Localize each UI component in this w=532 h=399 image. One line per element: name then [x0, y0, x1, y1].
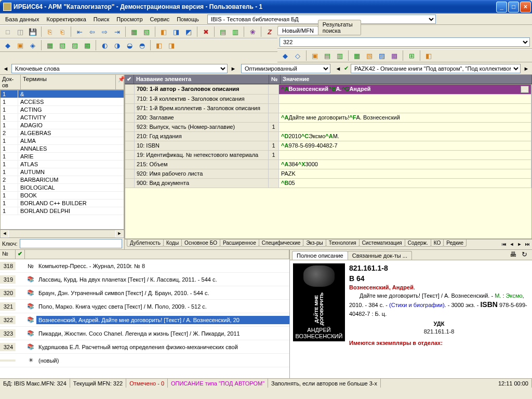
rec-col-check[interactable]: ✔ [16, 250, 25, 259]
worksheet-selector[interactable]: PAZK42 - Описание книги "Под автором", "… [351, 64, 521, 73]
tool-f-icon[interactable]: ▤ [217, 26, 229, 37]
arrow-right-icon[interactable]: ► [230, 65, 237, 72]
field-row[interactable]: 700: 1-й автор - Заголовок описания^AВоз… [125, 85, 531, 95]
maximize-button[interactable]: □ [508, 2, 519, 12]
field-row[interactable]: 920: Имя рабочего листаPAZK [125, 169, 531, 179]
term-row[interactable]: 1AUTUMN [1, 168, 124, 176]
prev-icon[interactable]: ⇦ [86, 26, 98, 37]
z-button[interactable]: Z [264, 26, 275, 37]
new-icon[interactable]: □ [2, 26, 14, 37]
tool-a-icon[interactable]: ▦ [128, 26, 140, 37]
term-row[interactable]: 1ADAGIO [1, 122, 124, 129]
tab-new-mfn[interactable]: Новый/MFN [277, 26, 318, 35]
term-row[interactable]: 2ALGEBRAS [1, 129, 124, 137]
menu-database[interactable]: База данных [2, 15, 43, 23]
next-icon[interactable]: ⇨ [99, 26, 110, 37]
term-row[interactable]: 1BORLAND DELPHI [1, 207, 124, 215]
ws-tab[interactable]: Экз-ры [303, 240, 326, 247]
tbr-j-icon[interactable]: ◧ [423, 50, 434, 61]
key-input[interactable] [20, 239, 122, 248]
term-row[interactable]: 1ALMA [1, 137, 124, 145]
tbr-g-icon[interactable]: ▧ [364, 50, 375, 61]
pin-icon[interactable]: 📌 [116, 75, 124, 89]
ellipsis-button[interactable]: ... [521, 86, 529, 93]
tb2-i-icon[interactable]: ◑ [111, 39, 123, 51]
last-icon[interactable]: ⇥ [111, 26, 123, 37]
ws-tab[interactable]: Систематизация [359, 240, 405, 247]
tb2-c-icon[interactable]: ◈ [27, 39, 38, 51]
tab-nav-first-icon[interactable]: ⏮ [500, 241, 508, 248]
ws-tab[interactable]: Основное БО [181, 240, 220, 247]
close-button[interactable]: × [520, 2, 531, 12]
term-row[interactable]: 1BIOLOGICAL [1, 184, 124, 192]
tab-nav-prev-icon[interactable]: ◄ [508, 241, 515, 248]
ws-arrow-right-icon[interactable]: ► [523, 65, 530, 72]
tb2-f-icon[interactable]: ▨ [69, 39, 81, 51]
field-row[interactable]: 10: ISBN1^A978-5-699-40482-7 [125, 141, 531, 151]
tb2-g-icon[interactable]: ▩ [82, 39, 93, 51]
field-body[interactable]: 700: 1-й автор - Заголовок описания^AВоз… [125, 84, 532, 239]
print-icon[interactable]: 🖶 [507, 248, 518, 260]
tab-results[interactable]: Результаты поиска [318, 20, 361, 35]
field-row[interactable]: 710: 1-й коллектив - Заголовок описания [125, 95, 531, 104]
delete-icon[interactable]: ✖ [200, 26, 211, 37]
term-row[interactable]: 2BARBARICUM [1, 176, 124, 184]
tb2-k-icon[interactable]: ◓ [136, 39, 148, 51]
menu-service[interactable]: Сервис [147, 15, 173, 23]
tb2-e-icon[interactable]: ▧ [57, 39, 68, 51]
record-row[interactable]: 323📚Пикарди, Жюстин. Coco Chanel. Легенд… [0, 327, 289, 340]
save-icon[interactable]: 💾 [27, 26, 38, 37]
term-row[interactable]: 1BOOK [1, 192, 124, 200]
view-mode-selector[interactable]: Оптимизированный [241, 64, 330, 73]
record-row[interactable]: 321📚Поло, Марко. Книга чудес света [Текс… [0, 300, 289, 313]
tbr-e-icon[interactable]: ▥ [334, 50, 345, 61]
tool-d-icon[interactable]: ◨ [170, 26, 182, 37]
tab-full-desc[interactable]: Полное описание [292, 251, 348, 260]
minimize-button[interactable]: _ [496, 2, 507, 12]
terms-hscroll[interactable]: ◄► [0, 230, 124, 238]
tbr-c-icon[interactable]: ▣ [309, 50, 321, 61]
arrow-left-icon[interactable]: ◄ [2, 65, 9, 72]
term-row[interactable]: 1ATLAS [1, 161, 124, 168]
ws-tab[interactable]: Коды [163, 240, 182, 247]
terms-list[interactable]: 1&1ACCESS1ACTING1ACTIVITY1ADAGIO2ALGEBRA… [0, 90, 124, 230]
tbr-i-icon[interactable]: ▩ [389, 50, 400, 61]
tbr-a-icon[interactable]: ◆ [280, 50, 291, 61]
record-row[interactable]: 324📚Кудряшова Е.Л. Расчетный метод опред… [0, 340, 289, 354]
tab-nav-last-icon[interactable]: ⏭ [524, 241, 531, 248]
ws-tab[interactable]: Редкие [443, 240, 467, 247]
record-row[interactable]: 320📚Браун, Дэн. Утраченный символ [Текст… [0, 286, 289, 300]
term-row[interactable]: 1ACTIVITY [1, 114, 124, 122]
copy-icon[interactable]: ⎘ [44, 26, 56, 37]
tbr-h-icon[interactable]: ▨ [376, 50, 388, 61]
ws-tab[interactable]: Дублетность [127, 240, 164, 247]
menu-edit[interactable]: Корректировка [44, 15, 89, 23]
term-row[interactable]: 1BORLAND C++ BUILDER [1, 200, 124, 207]
ws-arrow-left-icon[interactable]: ◄ [335, 65, 342, 72]
ws-tab[interactable]: Специфические [259, 240, 304, 247]
tool-h-icon[interactable]: ❀ [247, 26, 258, 37]
new2-icon[interactable]: ◫ [15, 26, 26, 37]
tool-c-icon[interactable]: ◧ [158, 26, 169, 37]
tab-related[interactable]: Связанные док-ты ... [348, 251, 412, 260]
tool-e-icon[interactable]: ◩ [183, 26, 194, 37]
term-row[interactable]: 1& [1, 90, 124, 98]
tab-nav-next-icon[interactable]: ► [516, 241, 523, 248]
tbr-b-icon[interactable]: ◇ [292, 50, 303, 61]
tool-b-icon[interactable]: ▧ [141, 26, 152, 37]
paste-icon[interactable]: ⎗ [57, 26, 68, 37]
menu-view[interactable]: Просмотр [113, 15, 145, 23]
tbr-excel-icon[interactable]: ⊞ [406, 50, 417, 61]
tb2-h-icon[interactable]: ◐ [99, 39, 110, 51]
mfn-input[interactable]: 322 [280, 37, 530, 47]
grid-check-icon[interactable]: ✔ [125, 75, 134, 84]
tb2-a-icon[interactable]: ◆ [2, 39, 14, 51]
record-list[interactable]: 318№Компьютер-Пресс. - Журнал, 2010г. № … [0, 259, 289, 378]
refresh-icon[interactable]: ↻ [518, 248, 530, 260]
ws-tab[interactable]: Технология [326, 240, 360, 247]
first-icon[interactable]: ⇤ [74, 26, 85, 37]
term-row[interactable]: 1ANNALES [1, 145, 124, 153]
tool-g-icon[interactable]: ▥ [230, 26, 241, 37]
record-row[interactable]: ✳(новый) [0, 354, 289, 367]
field-row[interactable]: 923: Выпуск, часть (Номер-заглавие)1 [125, 123, 531, 132]
